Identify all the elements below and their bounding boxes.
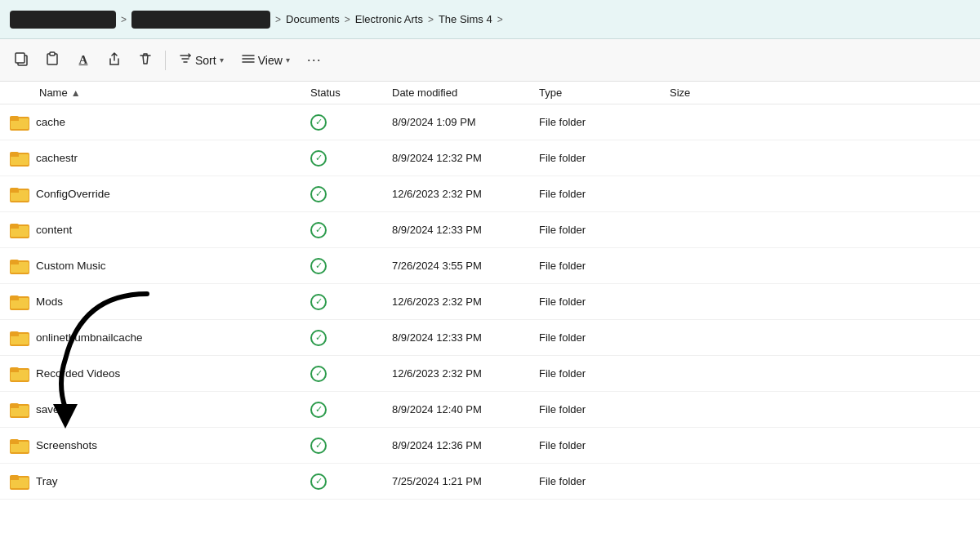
file-status-cell: ✓ <box>310 186 392 202</box>
view-button[interactable]: View ▾ <box>234 46 298 75</box>
delete-icon <box>138 51 153 69</box>
table-row[interactable]: onlinethumbnailcache ✓ 8/9/2024 12:33 PM… <box>0 320 980 356</box>
status-check-icon: ✓ <box>310 330 327 346</box>
name-sort-icon: ▲ <box>71 87 81 99</box>
file-name-cell: Custom Music <box>0 258 310 274</box>
addr-redacted-1-item <box>10 11 116 29</box>
table-row[interactable]: cachestr ✓ 8/9/2024 12:32 PM File folder <box>0 140 980 176</box>
addr-redacted-1 <box>10 11 116 29</box>
status-check-icon: ✓ <box>310 150 327 167</box>
toolbar: A Sort ▾ <box>0 39 980 82</box>
col-header-size[interactable]: Size <box>670 87 980 99</box>
delete-button[interactable] <box>131 46 160 75</box>
more-icon: ··· <box>307 51 322 69</box>
file-status-cell: ✓ <box>310 294 392 310</box>
addr-the-sims-4[interactable]: The Sims 4 <box>439 13 492 25</box>
addr-chevron-3: > <box>345 14 350 25</box>
addr-electronic-arts[interactable]: Electronic Arts <box>355 13 423 25</box>
toolbar-divider <box>165 51 166 70</box>
table-row[interactable]: Tray ✓ 7/25/2024 1:21 PM File folder <box>0 464 980 500</box>
table-row[interactable]: saves ✓ 8/9/2024 12:40 PM File folder <box>0 392 980 428</box>
sort-label: Sort <box>195 54 216 67</box>
table-row[interactable]: Mods ✓ 12/6/2023 2:32 PM File folder <box>0 284 980 320</box>
file-name-cell: Recorded Videos <box>0 366 310 382</box>
file-date-cell: 7/26/2024 3:55 PM <box>392 260 539 272</box>
rename-icon: A <box>79 53 88 67</box>
file-name-cell: ConfigOverride <box>0 186 310 202</box>
file-date-cell: 8/9/2024 12:33 PM <box>392 331 539 344</box>
col-status-label: Status <box>310 87 341 99</box>
file-status-cell: ✓ <box>310 114 392 131</box>
folder-icon <box>10 402 29 418</box>
folder-icon <box>10 150 29 167</box>
file-status-cell: ✓ <box>310 402 392 418</box>
folder-icon <box>10 366 29 382</box>
paste-button[interactable] <box>38 46 67 75</box>
file-status-cell: ✓ <box>310 258 392 274</box>
file-name-text: cache <box>36 116 65 128</box>
file-status-cell: ✓ <box>310 366 392 382</box>
table-row[interactable]: content ✓ 8/9/2024 12:33 PM File folder <box>0 212 980 248</box>
file-status-cell: ✓ <box>310 473 392 490</box>
file-date-cell: 8/9/2024 12:36 PM <box>392 439 539 451</box>
file-type-cell: File folder <box>539 331 670 344</box>
view-chevron-icon: ▾ <box>286 56 290 64</box>
col-header-status[interactable]: Status <box>310 87 392 99</box>
share-button[interactable] <box>100 46 129 75</box>
file-type-cell: File folder <box>539 403 670 415</box>
sort-button[interactable]: Sort ▾ <box>171 46 232 75</box>
file-name-cell: content <box>0 222 310 238</box>
file-type-cell: File folder <box>539 367 670 380</box>
status-check-icon: ✓ <box>310 222 327 238</box>
table-row[interactable]: Screenshots ✓ 8/9/2024 12:36 PM File fol… <box>0 428 980 464</box>
file-date-cell: 8/9/2024 12:40 PM <box>392 403 539 415</box>
status-check-icon: ✓ <box>310 438 327 454</box>
file-type-cell: File folder <box>539 260 670 272</box>
folder-icon <box>10 186 29 202</box>
file-name-cell: Screenshots <box>0 438 310 454</box>
status-check-icon: ✓ <box>310 294 327 310</box>
col-header-date[interactable]: Date modified <box>392 87 539 99</box>
file-type-cell: File folder <box>539 475 670 487</box>
folder-icon <box>10 222 29 238</box>
file-type-cell: File folder <box>539 188 670 200</box>
table-row[interactable]: ConfigOverride ✓ 12/6/2023 2:32 PM File … <box>0 176 980 212</box>
table-row[interactable]: cache ✓ 8/9/2024 1:09 PM File folder <box>0 104 980 140</box>
col-header-type[interactable]: Type <box>539 87 670 99</box>
file-name-text: cachestr <box>36 152 78 164</box>
rename-button[interactable]: A <box>69 46 98 75</box>
col-date-label: Date modified <box>392 87 457 99</box>
copy-button[interactable] <box>7 46 36 75</box>
address-bar: > > Documents > Electronic Arts > The Si… <box>0 0 980 39</box>
status-check-icon: ✓ <box>310 366 327 382</box>
addr-documents[interactable]: Documents <box>286 13 340 25</box>
file-date-cell: 12/6/2023 2:32 PM <box>392 188 539 200</box>
folder-icon <box>10 114 29 131</box>
copy-icon <box>14 51 29 69</box>
file-date-cell: 7/25/2024 1:21 PM <box>392 475 539 487</box>
file-name-cell: Tray <box>0 473 310 490</box>
more-options-button[interactable]: ··· <box>300 46 329 75</box>
file-name-text: onlinethumbnailcache <box>36 331 143 344</box>
addr-redacted-2-item <box>131 11 270 29</box>
col-header-name[interactable]: Name ▲ <box>0 87 310 99</box>
addr-chevron-2: > <box>275 14 281 25</box>
file-status-cell: ✓ <box>310 150 392 167</box>
file-rows-container: cache ✓ 8/9/2024 1:09 PM File folder cac… <box>0 104 980 500</box>
table-row[interactable]: Recorded Videos ✓ 12/6/2023 2:32 PM File… <box>0 356 980 392</box>
svg-rect-3 <box>50 52 55 56</box>
table-row[interactable]: Custom Music ✓ 7/26/2024 3:55 PM File fo… <box>0 248 980 284</box>
file-name-text: Screenshots <box>36 439 97 451</box>
status-check-icon: ✓ <box>310 258 327 274</box>
file-date-cell: 8/9/2024 12:32 PM <box>392 152 539 164</box>
file-name-text: Recorded Videos <box>36 367 120 380</box>
addr-chevron-4: > <box>428 14 434 25</box>
folder-icon <box>10 438 29 454</box>
file-area: Name ▲ Status Date modified Type Size ca… <box>0 82 980 551</box>
file-name-text: saves <box>36 403 65 415</box>
file-name-cell: onlinethumbnailcache <box>0 330 310 346</box>
file-date-cell: 12/6/2023 2:32 PM <box>392 367 539 380</box>
addr-chevron-5: > <box>497 14 503 25</box>
status-check-icon: ✓ <box>310 186 327 202</box>
file-type-cell: File folder <box>539 116 670 128</box>
